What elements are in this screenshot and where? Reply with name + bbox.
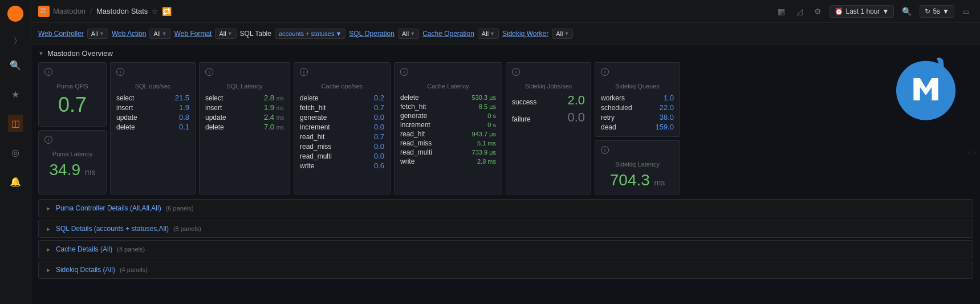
sidekiq-queues-title: Sidekiq Queues (601, 83, 674, 90)
cache-ops-write-row: write0.6 (300, 161, 384, 171)
cache-operation-filter-label[interactable]: Cache Operation (422, 30, 474, 38)
sidekiq-workers-row: workers1.0 (601, 93, 674, 103)
web-controller-filter-label[interactable]: Web Controller (38, 30, 84, 38)
template-vars-icon[interactable]: ◿ (793, 5, 806, 18)
cache-latency-delete-row: delete530.3 μs (400, 93, 496, 102)
puma-controller-details-row[interactable]: ► Puma Controller Details (All,All,All) … (38, 199, 973, 217)
sql-operation-dropdown[interactable]: All ▼ (398, 29, 419, 39)
puma-qps-panel: i Puma QPS 0.7 (38, 62, 107, 127)
cache-ops-generate-row: generate0.0 (300, 112, 384, 122)
sql-operation-filter-label[interactable]: SQL Operation (349, 30, 395, 38)
sidekiq-queues-info-icon[interactable]: i (601, 68, 609, 76)
star-icon[interactable]: ★ (8, 86, 23, 103)
cache-ops-increment-row: increment0.0 (300, 122, 384, 132)
cache-details-arrow-icon: ► (46, 246, 51, 253)
sql-latency-update-row: update 2.4 ms (205, 112, 284, 122)
sql-latency-panel: i SQL Latency select 2.8 ms insert 1.9 m… (199, 62, 290, 194)
sidekiq-jobs-title: Sidekiq Jobs/sec (512, 83, 585, 90)
refresh-icon: ↻ (925, 7, 930, 15)
grafana-logo[interactable] (7, 6, 23, 22)
time-range-label: Last 1 hour (845, 7, 880, 15)
web-action-chevron-icon: ▼ (162, 31, 167, 37)
sql-ops-title: SQL ops/sec (116, 83, 189, 90)
cache-latency-info-icon[interactable]: i (400, 68, 408, 76)
sidekiq-details-meta: (4 panels) (120, 266, 148, 273)
sql-table-filter-label[interactable]: SQL Table (240, 30, 271, 38)
cache-details-title: Cache Details (All) (56, 245, 112, 253)
cache-latency-read-miss-row: read_miss5.1 ms (400, 139, 496, 148)
puma-qps-info-icon[interactable]: i (44, 68, 52, 76)
favorite-star-icon[interactable]: ☆ (151, 7, 158, 16)
sql-ops-table: select 21.5 insert 1.9 update 0.8 delete… (116, 93, 189, 132)
web-controller-chevron-icon: ▼ (99, 31, 104, 37)
sql-latency-info-icon[interactable]: i (205, 68, 213, 76)
refresh-button[interactable]: ↻ 5s ▼ (920, 5, 954, 18)
sql-details-title: SQL Details (accounts + statuses,All) (56, 225, 169, 233)
breadcrumb-text: Mastodon / Mastodon Stats (53, 7, 148, 15)
settings-icon[interactable]: ⚙ (811, 5, 825, 18)
sidekiq-queues-table: workers1.0 scheduled22.0 retry38.0 dead1… (601, 93, 674, 132)
cache-details-row[interactable]: ► Cache Details (All) (4 panels) ⋮⋮ (38, 240, 973, 258)
svg-rect-3 (43, 8, 46, 10)
sidekiq-details-row[interactable]: ► Sidekiq Details (All) (4 panels) ⋮⋮ (38, 261, 973, 279)
compass-icon[interactable]: ◎ (8, 144, 23, 161)
dashboard-icon[interactable]: ◫ (8, 115, 23, 132)
sidekiq-drag-handle-icon: ⋮⋮ (966, 149, 978, 155)
mastodon-overview-header[interactable]: ▼ Mastodon Overview (38, 49, 973, 58)
cache-operation-dropdown[interactable]: All ▼ (478, 29, 499, 39)
bell-icon[interactable]: 🔔 (6, 173, 25, 190)
tv-mode-icon[interactable]: ▭ (959, 5, 973, 18)
sql-latency-title: SQL Latency (205, 83, 284, 90)
sql-latency-insert-row: insert 1.9 ms (205, 103, 284, 112)
dashboard-content: ▼ Mastodon Overview i Puma QPS 0.7 i Pum… (31, 44, 980, 304)
share-icon[interactable]: 🔁 (162, 7, 172, 16)
cache-ops-title: Cache ops/sec (300, 83, 384, 90)
puma-controller-title: Puma Controller Details (All,All,All) (56, 204, 161, 212)
stats-grid: i Puma QPS 0.7 i Puma Latency 34.9 ms i … (38, 62, 973, 194)
cache-ops-fetch-hit-row: fetch_hit0.7 (300, 103, 384, 112)
svg-rect-5 (43, 11, 46, 13)
sidekiq-jobs-info-icon[interactable]: i (512, 68, 520, 76)
section-title: Mastodon Overview (47, 49, 113, 58)
sidekiq-worker-filter-label[interactable]: Sidekiq Worker (502, 30, 548, 38)
web-action-filter-label[interactable]: Web Action (112, 30, 146, 38)
puma-controller-meta: (6 panels) (166, 205, 194, 212)
web-controller-dropdown[interactable]: All ▼ (87, 29, 108, 39)
web-format-dropdown[interactable]: All ▼ (215, 29, 236, 39)
sql-details-arrow-icon: ► (46, 226, 51, 232)
cache-ops-info-icon[interactable]: i (300, 68, 308, 76)
header-controls: ▦ ◿ ⚙ ⏰ Last 1 hour ▼ 🔍 ↻ 5s ▼ ▭ (774, 5, 973, 18)
chart-icon[interactable]: ▦ (774, 5, 788, 18)
sql-table-dropdown[interactable]: accounts + statuses ▼ (275, 29, 345, 39)
svg-rect-4 (40, 11, 43, 13)
refresh-rate-label: 5s (933, 7, 940, 15)
sidebar-collapse-btn[interactable]: 〉 (14, 35, 17, 45)
sql-details-row[interactable]: ► SQL Details (accounts + statuses,All) … (38, 220, 973, 238)
sidekiq-success-label: success (512, 98, 536, 106)
sidebar: 〉 🔍 ★ ◫ ◎ 🔔 (0, 0, 31, 304)
clock-icon: ⏰ (835, 7, 843, 15)
sidekiq-worker-chevron-icon: ▼ (564, 31, 569, 37)
web-format-filter-label[interactable]: Web Format (174, 30, 212, 38)
web-action-dropdown[interactable]: All ▼ (149, 29, 170, 39)
zoom-out-icon[interactable]: 🔍 (898, 5, 915, 18)
sql-ops-insert-row: insert 1.9 (116, 103, 189, 112)
sql-ops-info-icon[interactable]: i (116, 68, 124, 76)
app-icon (38, 6, 50, 17)
section-toggle-icon: ▼ (38, 50, 44, 56)
cache-ops-read-miss-row: read_miss0.0 (300, 141, 384, 151)
sql-details-meta: (8 panels) (173, 225, 201, 232)
cache-latency-increment-row: increment0 s (400, 120, 496, 129)
sidekiq-worker-dropdown[interactable]: All ▼ (552, 29, 573, 39)
cache-latency-write-row: write2.8 ms (400, 157, 496, 166)
cache-ops-delete-row: delete0.2 (300, 93, 384, 103)
sidekiq-latency-info-icon[interactable]: i (601, 146, 609, 154)
sql-ops-delete-row: delete 0.1 (116, 122, 189, 132)
cache-latency-read-hit-row: read_hit943.7 μs (400, 129, 496, 139)
header-bar: Mastodon / Mastodon Stats ☆ 🔁 ▦ ◿ ⚙ ⏰ La… (31, 0, 980, 23)
puma-latency-info-icon[interactable]: i (44, 136, 52, 144)
sidekiq-failure-value: 0.0 (567, 110, 585, 125)
time-range-button[interactable]: ⏰ Last 1 hour ▼ (829, 5, 894, 18)
search-icon[interactable]: 🔍 (6, 56, 25, 74)
sidekiq-latency-unit: ms (654, 178, 665, 187)
